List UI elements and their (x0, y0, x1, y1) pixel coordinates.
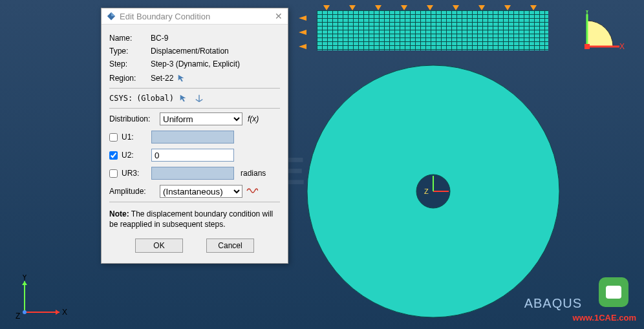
region-value: Set-22 (151, 74, 173, 83)
bc-arrow-icon (299, 44, 306, 49)
bc-symbol-icon (401, 5, 407, 10)
ur3-checkbox[interactable] (109, 169, 118, 178)
type-value: Displacement/Rotation (151, 47, 229, 56)
ur3-label: UR3: (122, 169, 149, 178)
u1-label: U1: (122, 133, 149, 142)
fx-icon[interactable]: f(x) (248, 114, 259, 123)
amplitude-wave-icon[interactable] (246, 186, 258, 197)
region-label: Region: (109, 74, 151, 83)
edit-bc-dialog: Edit Boundary Condition ✕ Name:BC-9 Type… (101, 8, 288, 264)
bc-symbol-icon (349, 5, 356, 10)
u1-checkbox[interactable] (109, 133, 118, 142)
chat-icon (599, 277, 628, 307)
svg-line-25 (199, 100, 202, 102)
dialog-titlebar[interactable]: Edit Boundary Condition ✕ (102, 8, 288, 25)
step-label: Step: (109, 59, 151, 69)
amplitude-label: Amplitude: (109, 187, 160, 196)
u2-input[interactable] (151, 149, 234, 162)
name-label: Name: (109, 34, 151, 43)
u2-label: U2: (122, 151, 149, 160)
svg-line-24 (196, 100, 199, 102)
name-value: BC-9 (151, 34, 168, 43)
u1-input[interactable] (151, 131, 234, 143)
pick-csys-icon[interactable] (178, 92, 189, 104)
distribution-label: Distribution: (109, 114, 160, 123)
beam-mesh (317, 10, 548, 50)
close-icon[interactable]: ✕ (275, 11, 283, 21)
ur3-input[interactable] (151, 167, 234, 180)
u2-checkbox[interactable] (109, 151, 118, 160)
bc-arrow-icon (299, 30, 306, 35)
distribution-select[interactable]: Uniform (160, 112, 242, 125)
svg-text:Y: Y (585, 10, 590, 16)
bc-symbol-icon (427, 5, 433, 10)
note-text: Note: The displacement boundary conditio… (109, 209, 280, 229)
svg-marker-22 (111, 12, 115, 16)
svg-marker-9 (56, 310, 59, 315)
watermark: www.1CAE.com (573, 313, 636, 323)
svg-rect-18 (585, 44, 590, 49)
csys-value: (Global) (136, 94, 174, 103)
pick-region-icon[interactable] (176, 72, 188, 84)
bc-symbol-icon (375, 5, 381, 10)
csys-label: CSYS: (109, 94, 133, 103)
brand-label: ABAQUS (524, 296, 582, 311)
svg-text:Z: Z (16, 312, 20, 320)
datum-csys-icon[interactable] (193, 92, 205, 104)
bc-symbol-icon (530, 5, 537, 10)
svg-text:Y: Y (22, 275, 27, 282)
cancel-button[interactable]: Cancel (206, 239, 254, 253)
type-label: Type: (109, 47, 151, 56)
bc-symbol-icon (478, 5, 485, 10)
bc-symbol-icon (504, 5, 511, 10)
view-cube-icon[interactable]: Y X (581, 10, 627, 57)
svg-point-12 (23, 310, 27, 314)
dialog-title: Edit Boundary Condition (120, 12, 210, 21)
view-triad-icon: Y X Z (13, 275, 71, 320)
amplitude-select[interactable]: (Instantaneous) (160, 185, 242, 198)
bc-symbol-icon (453, 5, 459, 10)
app-icon (107, 12, 116, 21)
circular-mesh: // radial lines let s=''; for(let i=0;i<… (304, 62, 563, 321)
bc-symbol-icon (323, 5, 330, 10)
bc-arrow-icon (299, 16, 306, 21)
step-value: Step-3 (Dynamic, Explicit) (151, 59, 240, 69)
svg-text:X: X (62, 308, 67, 317)
ur3-unit: radians (241, 169, 266, 178)
svg-text:X: X (619, 42, 625, 51)
svg-text:Z: Z (424, 187, 429, 195)
ok-button[interactable]: OK (135, 239, 183, 253)
